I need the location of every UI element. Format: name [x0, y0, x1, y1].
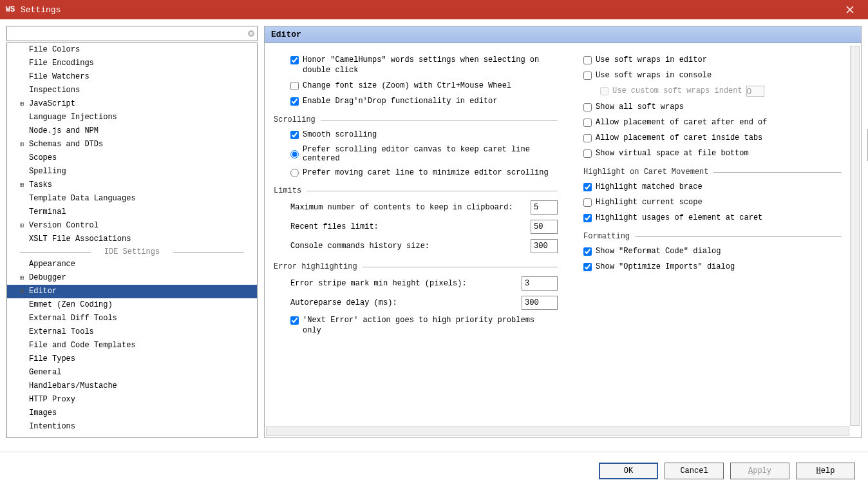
search-input[interactable]: [7, 28, 245, 39]
horizontal-scrollbar[interactable]: [266, 427, 849, 436]
dragndrop-checkbox[interactable]: [290, 97, 299, 106]
tree-item-http-proxy[interactable]: HTTP Proxy: [7, 393, 257, 407]
clipboard-limit-row: Maximum number of contents to keep in cl…: [274, 200, 558, 215]
show-all-wraps-option[interactable]: Show all soft wraps: [583, 102, 842, 112]
prefer-caret-radio[interactable]: [290, 169, 299, 177]
tree-item-appearance[interactable]: Appearance: [7, 258, 257, 271]
prefer-canvas-label: Prefer scrolling editor canvas to keep c…: [303, 145, 558, 163]
close-button[interactable]: [837, 0, 863, 19]
tree-item-template-data-languages[interactable]: Template Data Languages: [7, 192, 257, 206]
reformat-dialog-checkbox[interactable]: [583, 247, 592, 256]
virtual-space-checkbox[interactable]: [583, 149, 592, 158]
tree-item-inspections[interactable]: Inspections: [7, 84, 257, 97]
highlight-brace-checkbox[interactable]: [583, 183, 592, 191]
caret-inside-tabs-checkbox[interactable]: [583, 134, 592, 142]
tree-item-tasks[interactable]: Tasks: [7, 178, 257, 192]
reformat-dialog-label: Show "Reformat Code" dialog: [596, 246, 721, 256]
prefer-caret-option[interactable]: Prefer moving caret line to minimize edi…: [274, 168, 558, 177]
tree-item-file-colors[interactable]: File Colors: [7, 43, 257, 57]
custom-indent-option: Use custom soft wraps indent: [583, 86, 842, 97]
tree-item-xslt-file-associations[interactable]: XSLT File Associations: [7, 233, 257, 246]
highlight-usages-option[interactable]: Highlight usages of element at caret: [583, 213, 842, 223]
console-history-input[interactable]: [531, 239, 558, 253]
tree-item-external-diff-tools[interactable]: External Diff Tools: [7, 312, 257, 325]
app-icon: WS: [5, 5, 15, 15]
change-font-label: Change font size (Zoom) with Ctrl+Mouse …: [303, 81, 511, 91]
camel-humps-checkbox[interactable]: [290, 56, 299, 64]
reformat-dialog-option[interactable]: Show "Reformat Code" dialog: [583, 246, 842, 256]
next-error-label: 'Next Error' action goes to high priorit…: [303, 315, 558, 336]
vertical-scrollbar[interactable]: [850, 46, 860, 426]
tree-item-emmet-zen-coding-[interactable]: Emmet (Zen Coding): [7, 298, 257, 312]
search-box[interactable]: [6, 26, 258, 41]
highlight-scope-label: Highlight current scope: [596, 197, 703, 207]
highlight-brace-option[interactable]: Highlight matched brace: [583, 182, 842, 192]
cancel-button[interactable]: Cancel: [665, 463, 724, 479]
caret-after-eol-option[interactable]: Allow placement of caret after end of: [583, 117, 842, 128]
smooth-scrolling-checkbox[interactable]: [290, 131, 299, 139]
tree-item-editor[interactable]: Editor: [7, 285, 257, 298]
dragndrop-option[interactable]: Enable Drag'n'Drop functionality in edit…: [274, 96, 558, 106]
tree-item-file-encodings[interactable]: File Encodings: [7, 57, 257, 70]
content-body: Honor "CamelHumps" words settings when s…: [265, 43, 861, 437]
soft-wraps-editor-option[interactable]: Use soft wraps in editor: [583, 55, 842, 65]
soft-wraps-editor-checkbox[interactable]: [583, 56, 592, 64]
highlight-usages-checkbox[interactable]: [583, 214, 592, 222]
custom-indent-label: Use custom soft wraps indent: [612, 86, 742, 96]
tree-item-external-tools[interactable]: External Tools: [7, 325, 257, 339]
soft-wraps-console-checkbox[interactable]: [583, 72, 592, 80]
show-all-wraps-checkbox[interactable]: [583, 103, 592, 111]
highlight-scope-option[interactable]: Highlight current scope: [583, 197, 842, 207]
tree-item-file-watchers[interactable]: File Watchers: [7, 70, 257, 84]
highlight-usages-label: Highlight usages of element at caret: [596, 213, 762, 223]
smooth-scrolling-option[interactable]: Smooth scrolling: [274, 129, 558, 140]
highlight-brace-label: Highlight matched brace: [596, 182, 703, 192]
stripe-height-input[interactable]: [522, 276, 558, 291]
tree-item-terminal[interactable]: Terminal: [7, 206, 257, 219]
caret-inside-tabs-label: Allow placement of caret inside tabs: [596, 133, 762, 143]
error-group: Error highlighting: [274, 262, 558, 271]
recent-files-label: Recent files limit:: [290, 222, 525, 231]
tree-item-version-control[interactable]: Version Control: [7, 219, 257, 233]
apply-button[interactable]: Apply: [730, 463, 789, 479]
close-icon: [846, 6, 854, 14]
optimize-imports-checkbox[interactable]: [583, 263, 592, 271]
autoreparse-input[interactable]: [522, 296, 558, 310]
titlebar: WS Settings: [0, 0, 868, 19]
recent-files-input[interactable]: [531, 220, 558, 234]
caret-after-eol-checkbox[interactable]: [583, 119, 592, 127]
virtual-space-option[interactable]: Show virtual space at file bottom: [583, 148, 842, 158]
prefer-canvas-option[interactable]: Prefer scrolling editor canvas to keep c…: [274, 145, 558, 163]
tree-item-images[interactable]: Images: [7, 407, 257, 420]
soft-wraps-console-option[interactable]: Use soft wraps in console: [583, 70, 842, 81]
tree-item-language-injections[interactable]: Language Injections: [7, 111, 257, 124]
prefer-canvas-radio[interactable]: [290, 150, 299, 158]
change-font-checkbox[interactable]: [290, 82, 299, 90]
tree-item-file-types[interactable]: File Types: [7, 352, 257, 366]
limits-group: Limits: [274, 186, 558, 195]
caret-inside-tabs-option[interactable]: Allow placement of caret inside tabs: [583, 133, 842, 143]
tree-item-schemas-and-dtds[interactable]: Schemas and DTDs: [7, 138, 257, 151]
clipboard-limit-input[interactable]: [531, 200, 558, 215]
change-font-option[interactable]: Change font size (Zoom) with Ctrl+Mouse …: [274, 81, 558, 91]
ide-settings-divider: IDE Settings: [7, 246, 257, 258]
next-error-option[interactable]: 'Next Error' action goes to high priorit…: [274, 315, 558, 336]
custom-indent-checkbox: [600, 87, 609, 95]
tree-item-handlebars-mustache[interactable]: Handlebars/Mustache: [7, 379, 257, 393]
next-error-checkbox[interactable]: [290, 316, 299, 325]
tree-item-node-js-and-npm[interactable]: Node.js and NPM: [7, 124, 257, 138]
optimize-imports-option[interactable]: Show "Optimize Imports" dialog: [583, 262, 842, 272]
tree-item-debugger[interactable]: Debugger: [7, 271, 257, 285]
tree-item-intentions[interactable]: Intentions: [7, 420, 257, 434]
tree-item-javascript[interactable]: JavaScript: [7, 97, 257, 111]
tree-item-file-and-code-templates[interactable]: File and Code Templates: [7, 339, 257, 352]
settings-tree[interactable]: File ColorsFile EncodingsFile WatchersIn…: [6, 43, 258, 438]
tree-item-spelling[interactable]: Spelling: [7, 165, 257, 178]
help-button[interactable]: Help: [796, 463, 855, 479]
tree-item-scopes[interactable]: Scopes: [7, 151, 257, 165]
clear-search-icon[interactable]: [245, 28, 257, 39]
tree-item-general[interactable]: General: [7, 366, 257, 379]
ok-button[interactable]: OK: [599, 463, 658, 479]
camel-humps-option[interactable]: Honor "CamelHumps" words settings when s…: [274, 55, 558, 75]
highlight-scope-checkbox[interactable]: [583, 198, 592, 207]
